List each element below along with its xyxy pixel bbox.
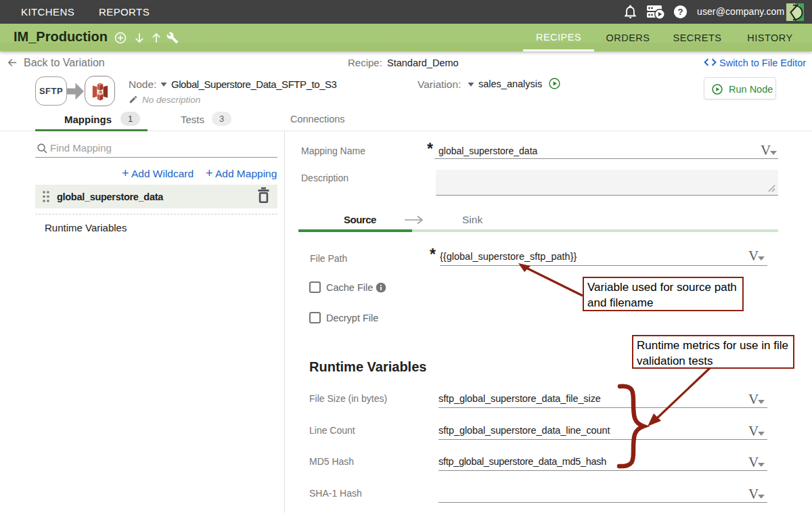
svg-text:?: ? <box>677 7 683 17</box>
